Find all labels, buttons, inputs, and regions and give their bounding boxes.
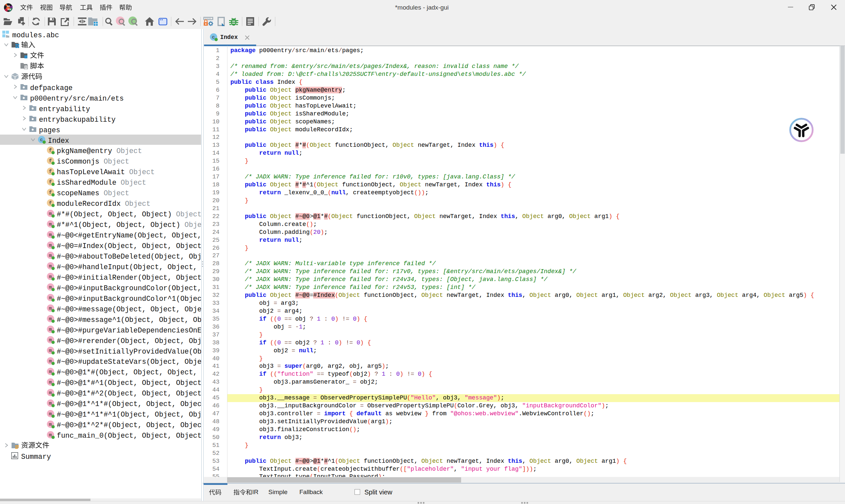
svg-text:m: m — [49, 401, 52, 407]
svg-text:f: f — [49, 200, 52, 206]
svg-text:c: c — [212, 35, 215, 40]
svg-text:m: m — [49, 232, 52, 238]
svg-text:m: m — [49, 359, 52, 364]
svg-text:m: m — [49, 432, 52, 438]
svg-text:DX: DX — [7, 8, 12, 11]
svg-text:m: m — [49, 316, 52, 322]
svg-text:f: f — [49, 190, 52, 196]
svg-text:m: m — [49, 422, 52, 428]
svg-text:m: m — [49, 274, 52, 280]
svg-text:m: m — [49, 295, 52, 301]
svg-text:m: m — [49, 411, 52, 417]
svg-text:m: m — [49, 338, 52, 343]
svg-text:m: m — [49, 264, 52, 269]
svg-text:m: m — [49, 348, 52, 354]
svg-text:m: m — [49, 285, 52, 290]
svg-text:f: f — [49, 179, 52, 185]
svg-text:f: f — [49, 148, 52, 154]
svg-text:JA: JA — [6, 5, 10, 7]
svg-text:f: f — [49, 169, 52, 175]
svg-text:m: m — [49, 390, 52, 396]
svg-text:c: c — [40, 137, 43, 143]
svg-text:m: m — [49, 243, 52, 248]
svg-text:m: m — [49, 222, 52, 227]
svg-text:f: f — [49, 158, 52, 164]
svg-text:m: m — [49, 306, 52, 311]
svg-text:m: m — [49, 369, 52, 375]
svg-text:m: m — [49, 253, 52, 258]
svg-text:m: m — [49, 211, 52, 217]
svg-text:m: m — [49, 327, 52, 332]
svg-text:m: m — [49, 380, 52, 385]
